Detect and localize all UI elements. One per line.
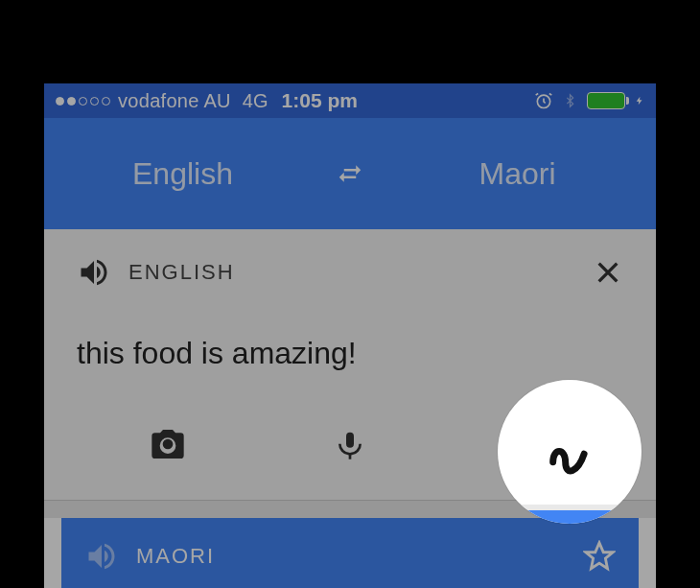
camera-input-button[interactable] <box>144 425 192 465</box>
alarm-icon <box>534 91 553 110</box>
microphone-icon <box>335 425 365 465</box>
save-translation-button[interactable] <box>583 540 616 573</box>
bluetooth-icon <box>563 90 577 111</box>
camera-icon <box>147 425 189 465</box>
voice-input-button[interactable] <box>326 425 374 465</box>
input-text[interactable]: this food is amazing! <box>77 336 623 371</box>
signal-strength-icon <box>56 97 110 106</box>
result-language-label: MAORI <box>136 544 215 569</box>
language-selector-bar: English Maori <box>44 118 656 229</box>
status-bar: vodafone AU 4G 1:05 pm <box>44 83 656 118</box>
handwriting-icon <box>545 427 595 477</box>
input-language-label: ENGLISH <box>128 260 235 285</box>
charging-icon <box>635 92 644 109</box>
clear-input-button[interactable] <box>593 257 623 288</box>
tutorial-highlight <box>498 380 642 524</box>
carrier-label: vodafone AU <box>118 90 231 112</box>
swap-languages-button[interactable] <box>321 159 379 188</box>
result-card: MAORI <box>61 518 639 588</box>
star-icon <box>583 540 616 573</box>
close-icon <box>593 257 623 288</box>
battery-icon <box>587 92 625 109</box>
speaker-icon[interactable] <box>77 255 111 290</box>
clock-label: 1:05 pm <box>282 89 358 112</box>
swap-icon <box>332 159 368 188</box>
target-language-button[interactable]: Maori <box>379 156 656 192</box>
source-language-button[interactable]: English <box>44 156 321 192</box>
speaker-icon[interactable] <box>84 539 119 574</box>
network-label: 4G <box>243 90 268 112</box>
